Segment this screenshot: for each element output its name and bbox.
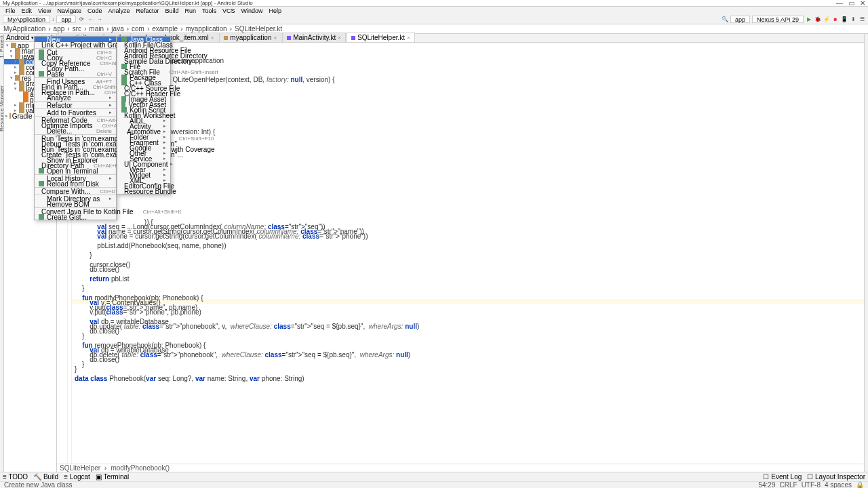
code-line[interactable] [75, 182, 861, 186]
code-line[interactable]: db.delete( table: class="str">"phonebook… [75, 352, 861, 357]
code-line[interactable] [75, 92, 861, 96]
code-line[interactable] [75, 82, 861, 87]
breadcrumb-segment[interactable]: myapplication [184, 25, 227, 33]
code-line[interactable]: } [75, 367, 861, 371]
code-line[interactable]: db.close() [75, 267, 861, 272]
code-line[interactable] [75, 158, 861, 163]
code-line[interactable] [75, 201, 861, 205]
code-line[interactable] [75, 115, 861, 120]
stop-icon[interactable]: ■ [832, 16, 839, 23]
tree-arrow-icon[interactable]: ▾ [14, 86, 18, 92]
editor-tab[interactable]: SQLiteHelper.kt× [347, 33, 415, 42]
code-line[interactable]: cursor.close() [75, 262, 861, 267]
code-line[interactable]: fun modifyPhonebook(pb: Phonebook) { [75, 296, 861, 300]
minimize-icon[interactable]: — [836, 0, 843, 7]
close-icon[interactable]: ✕ [860, 0, 865, 7]
code-content[interactable]: class="kw">package com.example.myapplica… [72, 43, 864, 464]
line-ending[interactable]: CRLF [780, 481, 797, 488]
tree-arrow-icon[interactable]: ▸ [5, 113, 8, 119]
menu-item[interactable]: Remove BOM [35, 201, 116, 207]
code-line[interactable] [75, 163, 861, 167]
cursor-position[interactable]: 54:29 [758, 481, 775, 488]
menu-item[interactable]: Add to Favorites▸ [35, 110, 116, 115]
editor-tab[interactable]: myapplication× [219, 33, 281, 42]
tree-arrow-icon[interactable]: ▸ [14, 64, 18, 70]
menu-item[interactable]: Sample Data Directory [117, 58, 170, 64]
layout-inspector-tool[interactable]: ☐ Layout Inspector [807, 473, 865, 481]
sync-icon[interactable]: ⟳ [78, 16, 85, 23]
menu-view[interactable]: View [35, 7, 54, 14]
code-line[interactable] [75, 205, 861, 210]
breadcrumb-segment[interactable]: example [151, 25, 178, 33]
code-line[interactable]: } [75, 333, 861, 338]
device-dropdown[interactable]: Nexus 5 API 29 [752, 16, 804, 23]
code-line[interactable] [75, 101, 861, 106]
close-icon[interactable]: × [407, 35, 410, 41]
profile-icon[interactable]: ⚡ [823, 16, 830, 23]
module-dropdown[interactable]: app [56, 16, 76, 23]
menu-item[interactable]: Resource Bundle [117, 188, 170, 194]
context-menu[interactable]: New▸Link C++ Project with GradleCutCtrl+… [34, 36, 117, 220]
close-icon[interactable]: × [273, 35, 277, 41]
code-line[interactable] [75, 63, 861, 68]
avd-icon[interactable]: 📱 [841, 16, 848, 23]
editor-breadcrumb[interactable]: SQLiteHelper › modifyPhonebook() [57, 464, 864, 472]
menu-help[interactable]: Help [267, 7, 285, 14]
project-view-selector[interactable]: Android [6, 34, 29, 41]
code-line[interactable] [75, 167, 861, 172]
menu-file[interactable]: File [3, 7, 18, 14]
tree-arrow-icon[interactable]: ▾ [9, 54, 14, 59]
breadcrumb-segment[interactable]: app [53, 25, 66, 33]
crumb-method[interactable]: modifyPhonebook() [111, 464, 170, 472]
debug-icon[interactable]: 🐞 [814, 16, 821, 23]
code-line[interactable] [75, 186, 861, 191]
menu-build[interactable]: Build [162, 7, 181, 14]
breadcrumb-segment[interactable]: main [88, 25, 104, 33]
new-submenu[interactable]: Java ClassKotlin File/ClassAndroid Resou… [117, 36, 171, 195]
menu-window[interactable]: Window [239, 7, 266, 14]
code-line[interactable] [75, 196, 861, 201]
menu-item[interactable]: Reload from Disk [35, 181, 116, 186]
eventlog-tool[interactable]: ☐ Event Log [763, 473, 802, 481]
code-line[interactable] [75, 172, 861, 177]
menu-item[interactable]: Open in Terminal [35, 168, 116, 174]
code-line[interactable]: } [75, 362, 861, 367]
breadcrumb-segment[interactable]: com [131, 25, 145, 33]
menu-tools[interactable]: Tools [199, 7, 219, 14]
code-line[interactable] [75, 120, 861, 125]
menu-item[interactable]: Compare With...Ctrl+D [35, 188, 116, 194]
code-line[interactable]: newversion: Int) { [75, 129, 861, 134]
close-icon[interactable]: × [211, 35, 214, 41]
search-icon[interactable]: 🔍 [722, 16, 728, 23]
build-tool[interactable]: 🔨 Build [33, 473, 58, 481]
menu-vcs[interactable]: VCS [220, 7, 238, 14]
menu-analyze[interactable]: Analyze [105, 7, 132, 14]
structure-icon[interactable]: ☰ [859, 16, 865, 23]
tree-arrow-icon[interactable]: ▸ [14, 81, 18, 86]
menu-item[interactable]: Refactor▸ [35, 102, 116, 108]
menu-navigate[interactable]: Navigate [54, 7, 84, 14]
code-line[interactable] [75, 215, 861, 220]
menu-refactor[interactable]: Refactor [133, 7, 161, 14]
menu-code[interactable]: Code [85, 7, 105, 14]
breadcrumb-segment[interactable]: SQLiteHelper.kt [234, 25, 283, 33]
run-config-dropdown[interactable]: app [730, 16, 750, 23]
code-editor[interactable]: class="kw">package com.example.myapplica… [57, 43, 864, 464]
terminal-tool[interactable]: ▣ Terminal [96, 473, 129, 481]
menu-item[interactable]: Widget▸ [117, 172, 170, 178]
code-line[interactable] [75, 314, 861, 319]
code-line[interactable] [75, 96, 861, 101]
tree-arrow-icon[interactable]: ▸ [14, 70, 18, 75]
code-line[interactable]: QLiteOpenHelper(context, DB, factory: nu… [75, 77, 861, 82]
code-line[interactable]: db.close() [75, 329, 861, 333]
encoding[interactable]: UTF-8 [802, 481, 821, 488]
code-line[interactable] [75, 110, 861, 115]
back-icon[interactable]: ← [87, 16, 94, 23]
run-icon[interactable]: ▶ [806, 16, 812, 23]
code-line[interactable]: return pbList [75, 277, 861, 281]
code-line[interactable] [75, 248, 861, 253]
breadcrumb-segment[interactable]: src [72, 25, 82, 33]
code-line[interactable] [75, 153, 861, 158]
tree-arrow-icon[interactable]: ▸ [14, 102, 18, 108]
code-line[interactable]: v.put(class="str">"phone", pb.phone) [75, 310, 861, 314]
